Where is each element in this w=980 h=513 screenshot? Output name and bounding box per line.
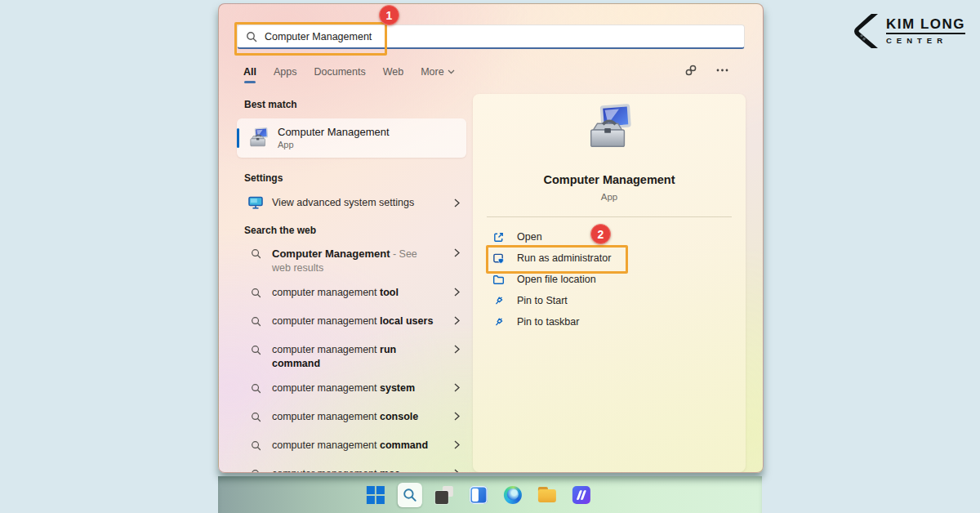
- tutorial-highlight-run-as-admin: [486, 245, 628, 274]
- taskbar-task-view-button[interactable]: [432, 483, 457, 507]
- pin-icon: [492, 295, 505, 307]
- action-label: Pin to taskbar: [517, 316, 579, 328]
- web-result-prefix: computer management: [272, 468, 380, 473]
- search-icon: [248, 288, 263, 298]
- preview-actions: Open Run as administrator Open file loca…: [492, 226, 737, 332]
- search-icon: [248, 383, 263, 394]
- search-filter-tabs: All Apps Documents Web More: [243, 66, 455, 78]
- web-result-command[interactable]: computer management command: [237, 439, 466, 457]
- best-match-title: Computer Management: [278, 126, 390, 139]
- tab-more-label: More: [421, 66, 443, 78]
- chevron-right-icon: [454, 345, 460, 354]
- tab-web[interactable]: Web: [383, 66, 403, 78]
- tab-documents[interactable]: Documents: [314, 66, 365, 78]
- tutorial-highlight-search: [234, 22, 387, 56]
- chevron-right-icon: [454, 248, 460, 257]
- web-result-bold: msc: [380, 468, 400, 473]
- tab-more[interactable]: More: [421, 66, 454, 78]
- preview-app-type: App: [473, 192, 746, 202]
- widgets-icon: [470, 486, 488, 504]
- preview-app-title: Computer Management: [473, 173, 746, 186]
- chevron-right-icon: [454, 288, 460, 297]
- open-external-icon: [492, 231, 505, 243]
- search-icon: [248, 440, 263, 451]
- brand-name: KIM LONG: [886, 17, 965, 32]
- windows-search-panel: 1 All Apps Documents Web More Best match: [218, 3, 764, 473]
- action-pin-to-start[interactable]: Pin to Start: [492, 290, 737, 311]
- web-result-prefix: computer management: [272, 287, 380, 298]
- web-result-prefix: computer management: [272, 382, 380, 394]
- taskbar: [218, 476, 762, 513]
- web-result-bold: tool: [380, 287, 399, 298]
- app-m-icon: [572, 486, 590, 504]
- action-label: Pin to Start: [517, 295, 568, 306]
- settings-result-label: View advanced system settings: [272, 196, 434, 210]
- computer-management-app-icon: [247, 127, 270, 149]
- step-badge-1: 1: [379, 5, 399, 25]
- pin-icon: [492, 316, 505, 328]
- brand-divider: [886, 33, 965, 35]
- web-result-tool[interactable]: computer management tool: [237, 286, 466, 304]
- chevron-right-icon: [454, 383, 460, 392]
- search-icon: [248, 345, 263, 355]
- results-column: Best match: [237, 99, 466, 473]
- tab-apps[interactable]: Apps: [274, 66, 297, 78]
- action-label: Open: [517, 231, 542, 243]
- taskbar-edge-button[interactable]: [501, 483, 525, 507]
- search-icon: [248, 248, 263, 259]
- tab-all[interactable]: All: [243, 66, 256, 78]
- taskbar-search-button[interactable]: [398, 483, 422, 507]
- settings-header: Settings: [237, 172, 466, 184]
- kim-long-chevron-icon: [853, 13, 881, 49]
- taskbar-start-button[interactable]: [363, 483, 388, 507]
- web-result-see-web-results[interactable]: Computer Management - See web results: [237, 247, 466, 275]
- search-icon: [403, 488, 417, 502]
- task-view-icon: [435, 486, 453, 504]
- chevron-down-icon: [448, 69, 455, 74]
- action-label: Open file location: [517, 274, 596, 285]
- web-result-local-users[interactable]: computer management local users: [237, 314, 466, 332]
- account-rings-icon[interactable]: [684, 65, 697, 76]
- web-result-bold: system: [380, 382, 415, 394]
- screenshot-canvas: KIM LONG CENTER 1 All Apps Documents Web…: [0, 0, 980, 513]
- options-ellipsis-icon[interactable]: [716, 69, 728, 72]
- web-result-prefix: computer management: [272, 439, 380, 451]
- folder-icon: [492, 274, 505, 286]
- taskbar-file-explorer-button[interactable]: [535, 483, 559, 507]
- web-result-bold: console: [380, 411, 418, 422]
- best-match-result[interactable]: Computer Management App: [237, 118, 466, 158]
- system-settings-icon: [248, 196, 263, 209]
- web-result-system[interactable]: computer management system: [237, 381, 466, 399]
- action-pin-to-taskbar[interactable]: Pin to taskbar: [492, 311, 737, 332]
- settings-result-advanced-system[interactable]: View advanced system settings: [237, 194, 466, 212]
- web-result-prefix: computer management: [272, 344, 380, 355]
- taskbar-app-button[interactable]: [569, 483, 594, 507]
- web-result-run-command[interactable]: computer management run command: [237, 343, 466, 371]
- brand-subtitle: CENTER: [886, 36, 947, 45]
- web-result-console[interactable]: computer management console: [237, 410, 466, 428]
- chevron-right-icon: [454, 412, 460, 421]
- chevron-right-icon: [454, 199, 460, 207]
- chevron-right-icon: [454, 316, 460, 325]
- search-icon: [248, 316, 263, 327]
- preview-divider: [487, 216, 732, 217]
- web-result-query: Computer Management: [272, 248, 390, 260]
- chevron-right-icon: [454, 440, 460, 449]
- app-preview-pane: Computer Management App Open Run as admi…: [473, 94, 746, 472]
- search-icon: [248, 469, 263, 473]
- web-result-msc[interactable]: computer management msc: [237, 467, 466, 473]
- taskbar-widgets-button[interactable]: [466, 483, 491, 507]
- search-icon: [248, 412, 263, 422]
- chevron-right-icon: [454, 469, 460, 473]
- windows-start-icon: [367, 486, 385, 504]
- edge-browser-icon: [504, 486, 522, 504]
- best-match-type: App: [278, 139, 390, 150]
- web-result-bold: local users: [380, 315, 433, 327]
- best-match-header: Best match: [237, 99, 466, 110]
- file-explorer-icon: [538, 487, 556, 502]
- web-result-prefix: computer management: [272, 411, 380, 422]
- search-the-web-header: Search the web: [237, 225, 466, 236]
- step-badge-2: 2: [590, 224, 611, 244]
- kim-long-center-logo: KIM LONG CENTER: [853, 13, 965, 49]
- web-result-prefix: computer management: [272, 315, 380, 327]
